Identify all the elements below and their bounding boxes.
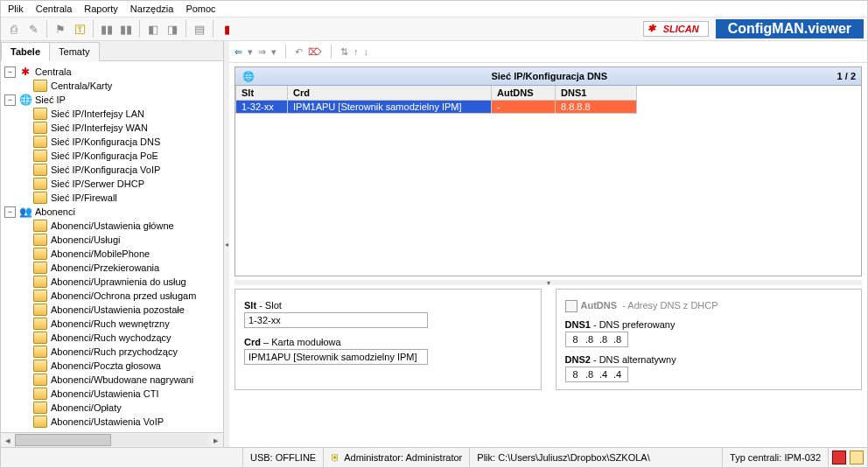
tree-label: Abonenci/Wbudowane nagrywani <box>51 374 193 385</box>
tool-filter-icon[interactable]: ⚑ <box>52 19 69 38</box>
tree-item[interactable]: Abonenci/Opłaty <box>18 401 221 415</box>
tree-item[interactable]: Abonenci/MobilePhone <box>18 247 221 261</box>
tool-4-icon[interactable]: ▮▮ <box>117 19 135 38</box>
autdns-checkbox[interactable] <box>565 300 578 312</box>
tree-label: Abonenci <box>35 206 75 217</box>
col-dns1[interactable]: DNS1 <box>556 86 637 101</box>
tree-label: Abonenci/Usługi <box>51 234 121 245</box>
tree-label: Abonenci/Ochrona przed usługam <box>51 290 196 301</box>
nav-tree[interactable]: −✱CentralaCentrala/Karty−🌐Sieć IPSieć IP… <box>1 61 223 432</box>
menu-pomoc[interactable]: Pomoc <box>186 3 215 14</box>
cell-dns1[interactable]: 8.8.8.8 <box>556 101 637 114</box>
tree-label: Centrala <box>35 66 72 77</box>
table-row[interactable]: 1-32-xx IPM1APU [Sterownik samodzielny I… <box>236 101 637 114</box>
nav-del-icon[interactable]: ⌦ <box>308 46 322 58</box>
col-slt[interactable]: Slt <box>236 86 288 101</box>
cell-crd[interactable]: IPM1APU [Sterownik samodzielny IPM] <box>288 101 492 114</box>
tree-item[interactable]: Abonenci/Ruch wychodzący <box>18 331 221 345</box>
tool-doc-icon[interactable]: ▤ <box>191 19 208 38</box>
tree-label: Abonenci/MobilePhone <box>51 248 150 259</box>
nav-down-icon[interactable]: ↓ <box>364 46 369 57</box>
tree-label: Centrala/Karty <box>51 80 112 91</box>
autdns-desc: - Adresy DNS z DHCP <box>622 300 718 311</box>
tree-item[interactable]: Abonenci/Wbudowane nagrywani <box>18 373 221 387</box>
tree-item[interactable]: Sieć IP/Konfiguracja VoIP <box>18 163 221 177</box>
cell-aut[interactable]: - <box>492 101 556 114</box>
crd-input[interactable]: IPM1APU [Sterownik samodzielny IPM] <box>244 349 428 365</box>
tab-tematy[interactable]: Tematy <box>49 42 99 61</box>
tree-label: Sieć IP <box>35 94 66 105</box>
slt-input[interactable]: 1-32-xx <box>244 312 428 328</box>
tool-1-icon[interactable]: ⎙ <box>5 19 23 38</box>
tab-tabele[interactable]: Tabele <box>1 42 50 61</box>
menu-centrala[interactable]: Centrala <box>36 3 73 14</box>
tree-item[interactable]: Abonenci/Ustawienia pozostałe <box>18 303 221 317</box>
tree-item[interactable]: Abonenci/Poczta głosowa <box>18 359 221 373</box>
menu-raporty[interactable]: Raporty <box>84 3 118 14</box>
tree-item[interactable]: Abonenci/Usługi <box>18 233 221 247</box>
tree-item[interactable]: −👥Abonenci <box>4 205 221 219</box>
folder-icon <box>33 178 47 190</box>
menu-plik[interactable]: Plik <box>8 3 24 14</box>
status-type: Typ centrali: IPM-032 <box>722 448 828 467</box>
tree-item[interactable]: Sieć IP/Interfejsy LAN <box>18 107 221 121</box>
nav-back-icon[interactable]: ⇐ <box>234 46 242 58</box>
col-autdns[interactable]: AutDNS <box>492 86 556 101</box>
folder-icon <box>33 122 47 134</box>
expand-icon[interactable]: − <box>4 206 16 218</box>
tree-item[interactable]: Abonenci/Ruch wewnętrzny <box>18 317 221 331</box>
status-red-icon[interactable] <box>832 451 846 465</box>
tool-3-icon[interactable]: ▮▮ <box>98 19 116 38</box>
expand-icon[interactable]: − <box>4 94 16 106</box>
tree-item[interactable]: Abonenci/Uprawnienia do usług <box>18 275 221 289</box>
tool-red-icon[interactable]: ▮ <box>218 19 235 38</box>
tree-item[interactable]: −✱Centrala <box>4 65 221 79</box>
tree-item[interactable]: Sieć IP/Interfejsy WAN <box>18 121 221 135</box>
dns2-input[interactable]: 8.8.4.4 <box>565 367 628 382</box>
tree-item[interactable]: Abonenci/Ustawienia VoIP <box>18 415 221 429</box>
tool-6-icon[interactable]: ◨ <box>164 19 181 38</box>
status-note-icon[interactable] <box>850 451 864 465</box>
folder-icon <box>33 164 47 176</box>
nav-back-dd-icon[interactable]: ▾ <box>248 46 253 58</box>
tool-5-icon[interactable]: ◧ <box>144 19 162 38</box>
tree-item[interactable]: Abonenci/Ustawienia główne <box>18 219 221 233</box>
tree-item[interactable]: Abonenci/Przekierowania <box>18 261 221 275</box>
tree-item[interactable]: Sieć IP/Konfiguracja DNS <box>18 135 221 149</box>
nav-sort-icon[interactable]: ⇅ <box>340 46 348 58</box>
tree-item[interactable]: Sieć IP/Konfiguracja PoE <box>18 149 221 163</box>
dns1-input[interactable]: 8.8.8.8 <box>565 332 628 347</box>
tool-key-icon[interactable]: ⚿ <box>71 19 88 38</box>
nav-up-icon[interactable]: ↑ <box>354 46 359 57</box>
folder-icon <box>33 248 47 260</box>
tree-item[interactable]: Sieć IP/Serwer DHCP <box>18 177 221 191</box>
col-crd[interactable]: Crd <box>288 86 492 101</box>
menu-narzedzia[interactable]: Narzędzia <box>130 3 174 14</box>
tree-item[interactable]: Abonenci/Ochrona przed usługam <box>18 289 221 303</box>
nav-undo-icon[interactable]: ↶ <box>295 46 303 58</box>
tree-item[interactable]: Sieć IP/Firewall <box>18 191 221 205</box>
folder-icon <box>33 262 47 274</box>
autdns-label: AutDNS <box>581 300 618 311</box>
tree-item[interactable]: Centrala/Karty <box>18 79 221 93</box>
data-grid[interactable]: Slt Crd AutDNS DNS1 1-32-xx IPM1APU [Ste… <box>235 86 861 276</box>
panel-counter: 1 / 2 <box>837 71 856 81</box>
tool-2-icon[interactable]: ✎ <box>24 19 42 38</box>
panel-title: Sieć IP/Konfiguracja DNS <box>262 71 837 81</box>
nav-fwd-icon[interactable]: ⇒ <box>258 46 266 58</box>
nav-fwd-dd-icon[interactable]: ▾ <box>271 46 276 58</box>
tree-item[interactable]: Abonenci/Ruch przychodzący <box>18 345 221 359</box>
tree-label: Sieć IP/Serwer DHCP <box>51 178 144 189</box>
status-admin: ⛨Administrator: Administrator <box>323 448 469 467</box>
folder-icon <box>33 234 47 246</box>
folder-icon <box>33 150 47 162</box>
tree-hscroll[interactable]: ◂▸ <box>1 432 223 447</box>
left-tabs: Tabele Tematy <box>1 41 223 61</box>
form-left-box: Slt - Slot 1-32-xx Crd – Karta modułowa … <box>234 289 542 390</box>
expand-icon[interactable]: − <box>4 66 16 78</box>
cell-slt[interactable]: 1-32-xx <box>236 101 288 114</box>
tree-item[interactable]: Abonenci/Ustawienia CTI <box>18 387 221 401</box>
slt-desc: - Slot <box>259 300 282 311</box>
tree-label: Abonenci/Ustawienia CTI <box>51 388 159 399</box>
tree-item[interactable]: −🌐Sieć IP <box>4 93 221 107</box>
